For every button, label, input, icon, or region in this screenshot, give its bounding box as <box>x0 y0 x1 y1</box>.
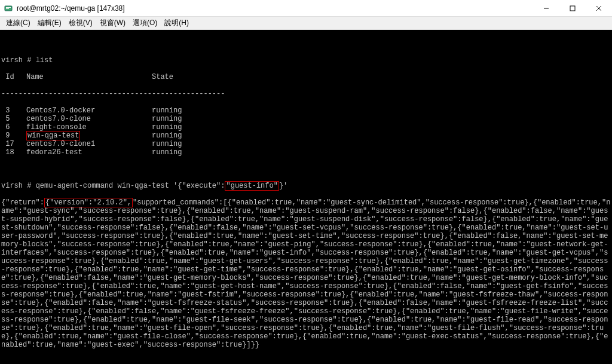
menu-connect[interactable]: 連線(C) <box>2 18 34 28</box>
svg-rect-2 <box>6 8 9 9</box>
vm-id: 17 <box>1 140 26 148</box>
vm-name: flight-console <box>26 123 152 131</box>
cmd-text: qemu-agent-command win-qga-test '{"execu… <box>36 182 225 190</box>
cmd-list: list <box>36 56 53 65</box>
vm-id: 18 <box>1 148 26 157</box>
vm-row: 3Centos7.0-dockerrunning <box>1 106 611 115</box>
vm-id: 9 <box>1 131 26 140</box>
prompt: virsh # <box>1 56 31 65</box>
close-button[interactable] <box>586 0 612 16</box>
terminal-line: virsh # list <box>1 56 611 65</box>
menu-options[interactable]: 選項(O) <box>129 18 161 28</box>
vm-name: centos7.0-clone <box>26 115 152 123</box>
vm-name: Centos7.0-docker <box>26 106 152 115</box>
terminal-line <box>1 39 611 48</box>
svg-rect-4 <box>570 6 575 11</box>
vm-id: 5 <box>1 115 26 123</box>
vm-row: 5centos7.0-clonerunning <box>1 115 611 123</box>
divider: ----------------------------------------… <box>1 90 611 98</box>
col-state: State <box>152 73 173 81</box>
highlight-vm-name: win-qga-test <box>26 131 80 140</box>
vm-state: running <box>152 106 182 115</box>
window-title: root@mrtg02:~/qemu-ga [147x38] <box>17 4 533 13</box>
menu-window[interactable]: 視窗(W) <box>96 18 129 28</box>
vm-state: running <box>152 148 182 157</box>
vm-state: running <box>152 131 182 140</box>
minimize-button[interactable] <box>533 0 559 16</box>
list-header: IdNameState <box>1 73 611 81</box>
vm-row: 6flight-consolerunning <box>1 123 611 131</box>
app-icon <box>4 4 13 13</box>
menubar: 連線(C) 編輯(E) 檢視(V) 視窗(W) 選項(O) 說明(H) <box>0 17 612 30</box>
vm-state: running <box>152 115 182 123</box>
maximize-button[interactable] <box>559 0 586 16</box>
terminal[interactable]: virsh # list IdNameState ---------------… <box>0 30 612 364</box>
window-controls <box>533 0 612 16</box>
vm-id: 6 <box>1 123 26 131</box>
titlebar: root@mrtg02:~/qemu-ga [147x38] <box>0 0 612 17</box>
prompt: virsh # <box>1 182 31 190</box>
terminal-line <box>1 165 611 173</box>
svg-rect-1 <box>6 7 11 8</box>
highlight-guest-info: "guest-info" <box>225 181 279 191</box>
vm-row: 17centos7.0-clone1running <box>1 140 611 148</box>
terminal-line <box>1 357 611 364</box>
vm-name: win-qga-test <box>26 131 152 140</box>
col-name: Name <box>26 73 152 81</box>
menu-help[interactable]: 說明(H) <box>161 18 192 28</box>
vm-state: running <box>152 123 182 131</box>
vm-name: centos7.0-clone1 <box>26 140 152 148</box>
cmd-text: }' <box>279 182 287 190</box>
resp-text: "supported_commands":[{"enabled":true,"n… <box>1 198 610 349</box>
response-guest-info: {"return":{"version":"2.10.2","supported… <box>1 198 611 349</box>
resp-text: {"return": <box>1 198 44 207</box>
vm-row: 18fedora26-testrunning <box>1 148 611 157</box>
vm-row: 9win-qga-testrunning <box>1 131 611 140</box>
col-id: Id <box>1 73 26 81</box>
vm-state: running <box>152 140 182 148</box>
highlight-version: {"version":"2.10.2", <box>44 198 133 207</box>
menu-view[interactable]: 檢視(V) <box>65 18 96 28</box>
menu-edit[interactable]: 編輯(E) <box>34 18 65 28</box>
vm-name: fedora26-test <box>26 148 152 157</box>
cmd-guest-info: virsh # qemu-agent-command win-qga-test … <box>1 182 611 190</box>
vm-id: 3 <box>1 106 26 115</box>
